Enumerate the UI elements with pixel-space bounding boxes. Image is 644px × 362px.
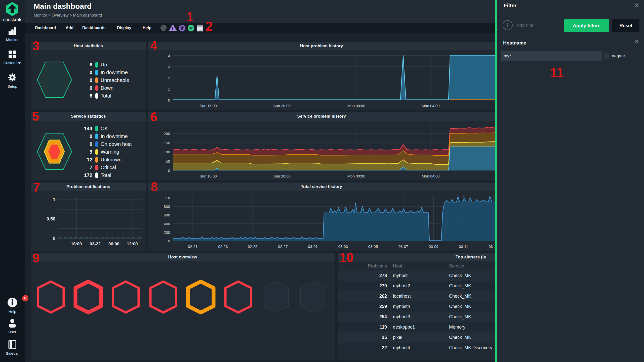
legend-row[interactable]: 0In downtime [65,69,129,76]
service-problem-history-chart[interactable]: 050100150200Sun 16:00Sun 20:00Mon 00:00M… [148,121,495,180]
apply-filters-button[interactable]: Apply filters [564,19,609,32]
status-color-pill [95,93,98,99]
remove-hostname-filter-icon[interactable]: ✕ [634,38,639,45]
sidebar-item-monitor[interactable]: Monitor [0,27,25,42]
menu-display[interactable]: Display [117,23,131,33]
cell-service[interactable]: Check_MK [449,314,471,320]
cell-service[interactable]: Check_MK [449,273,471,278]
sidebar-item-customize[interactable]: Customize [0,50,25,65]
cell-service[interactable]: Check_MK [449,304,471,309]
legend-row[interactable]: 8Total [65,92,129,100]
host-problem-history-chart[interactable]: 01234Sun 16:00Sun 20:00Mon 00:00Mon 04:0… [148,50,495,110]
checkmk-logo-text: checkmk [0,17,25,22]
negate-checkbox[interactable] [604,53,609,59]
close-icon[interactable]: ✕ [634,2,639,9]
panel-title: Service problem history [148,112,495,121]
filter-icon[interactable] [187,24,194,31]
sidebar-item-sidebar[interactable]: Sidebar [0,339,25,355]
cell-problems: 254 [338,314,387,320]
table-row[interactable]: 119deskoppc1Memory [338,322,495,332]
host-hexagon-critical[interactable] [74,280,103,315]
legend-row[interactable]: 144OK [65,125,132,132]
cell-service[interactable]: Check_MK [449,294,471,299]
legend-row[interactable]: 172Total [65,171,132,179]
problem-notifications-chart[interactable]: 00.50118:0003-2206:0012:00 [31,191,146,251]
cell-problems: 270 [338,283,387,289]
host-hexagon-critical[interactable] [149,280,178,315]
host-hexagon-critical[interactable] [36,280,65,315]
window-icon[interactable] [196,24,203,31]
total-service-history-chart[interactable]: 02004006008001 k02-2102-2302-2502-2703-0… [148,191,495,251]
cell-service[interactable]: Memory [449,325,465,330]
status-color-pill [95,77,98,83]
menu-add[interactable]: Add [66,23,73,33]
svg-text:0: 0 [168,239,170,243]
cell-host[interactable]: localhost [393,294,443,299]
checkmk-logo[interactable]: checkmk [0,0,25,22]
table-row[interactable]: 262localhostCheck_MK [338,291,495,301]
sidebar-item-help[interactable]: 6 Help [0,297,25,314]
sidebar-item-label: Setup [0,84,25,88]
table-row[interactable]: 278myhostCheck_MK [338,270,495,281]
user-icon [7,318,17,329]
legend-row[interactable]: 7Critical [65,164,132,171]
legend-value: 0 [65,133,92,139]
legend-row[interactable]: 8Up [65,61,129,69]
cell-host[interactable]: myhost4 [393,304,443,309]
cell-host[interactable]: myhost2 [393,283,443,289]
sidebar-item-user[interactable]: User [0,318,25,334]
legend-row[interactable]: 12Unknown [65,156,132,164]
status-color-pill [95,62,98,68]
legend-label: Down [101,85,113,91]
host-hexagon-critical[interactable] [224,280,253,315]
menu-dashboards[interactable]: Dashboards [82,23,105,33]
cell-host[interactable]: myhost [393,273,443,278]
cell-host[interactable]: deskoppc1 [393,325,443,330]
cell-problems: 22 [338,345,387,350]
column-header-service[interactable]: Service [449,263,464,269]
filter-panel-accent-divider[interactable] [495,0,497,362]
cell-host[interactable]: myhost4 [393,345,443,350]
table-header: Problems Host Service [338,261,495,270]
cell-host[interactable]: pixel [393,335,443,340]
host-hexagon-empty[interactable] [299,280,328,315]
hostname-filter-label: Hostname [503,40,526,48]
annotation-number-4: 4 [150,39,157,52]
cell-service[interactable]: Check_MK [449,335,471,340]
legend-row[interactable]: 0On down host [65,140,132,148]
legend-row[interactable]: 0Down [65,84,129,92]
table-row[interactable]: 22myhost4Check_MK Discovery [338,343,495,353]
legend-row[interactable]: 0Unreachable [65,76,129,84]
svg-text:03-01: 03-01 [308,244,317,249]
legend-value: 0 [65,141,92,147]
globe-icon[interactable] [160,24,167,31]
table-row[interactable]: 254myhost3Check_MK [338,312,495,322]
annotation-number-3: 3 [33,40,40,52]
svg-text:1: 1 [168,87,170,91]
table-row[interactable]: 270myhost2Check_MK [338,281,495,291]
sidebar-item-setup[interactable]: Setup [0,72,25,88]
host-hexagon-critical[interactable] [111,280,140,315]
warning-icon[interactable] [169,24,176,31]
add-filter-label[interactable]: Add filter [516,23,535,28]
menu-help[interactable]: Help [143,23,151,33]
cell-service[interactable]: Check_MK Discovery [449,345,492,350]
host-hexagon-empty[interactable] [261,280,290,315]
host-hexagon-warning[interactable] [186,280,215,315]
checkmk-badge-icon[interactable] [178,24,185,31]
status-color-pill [95,70,98,75]
add-filter-icon[interactable]: + [503,20,513,30]
legend-row[interactable]: 9Warning [65,148,132,156]
legend-row[interactable]: 0In downtime [65,132,132,140]
hostname-input[interactable] [501,51,602,61]
table-row[interactable]: 259myhost4Check_MK [338,301,495,312]
menu-dashboard[interactable]: Dashboard [35,23,56,33]
cell-host[interactable]: myhost3 [393,314,443,320]
svg-text:Sun 20:00: Sun 20:00 [273,104,290,108]
legend-value: 9 [65,149,92,155]
cell-service[interactable]: Check_MK [449,283,471,289]
svg-text:03-11: 03-11 [459,244,468,249]
reset-button[interactable]: Reset [612,19,639,32]
table-row[interactable]: 25pixelCheck_MK [338,332,495,343]
column-header-host[interactable]: Host [393,263,443,269]
